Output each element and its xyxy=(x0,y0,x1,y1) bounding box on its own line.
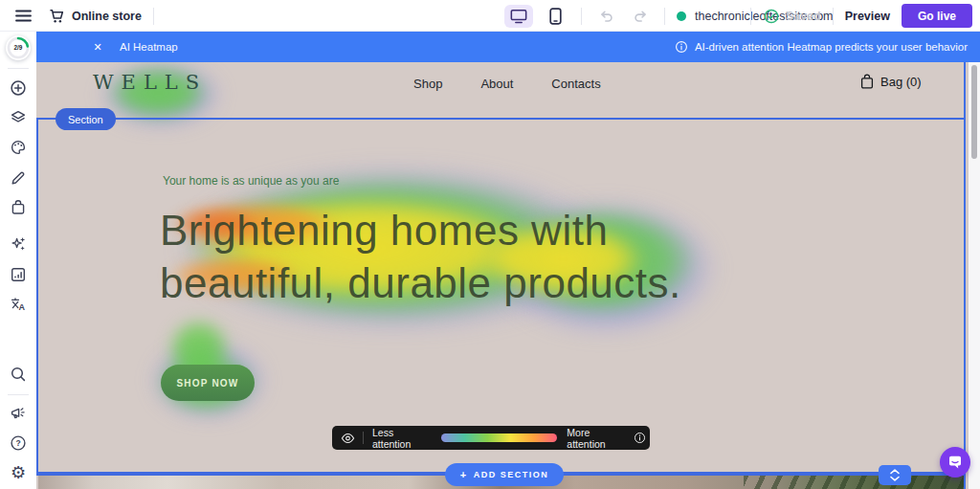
app-window: Online store thechronicleoftestsite.com xyxy=(0,0,980,489)
sidebar-item-styles[interactable] xyxy=(0,135,36,160)
heatmap-legend: Less attention More attention xyxy=(332,426,650,450)
go-live-button[interactable]: Go live xyxy=(902,4,972,28)
svg-text:?: ? xyxy=(15,438,20,448)
desktop-view-button[interactable] xyxy=(504,5,533,28)
hero-eyebrow-text[interactable]: Your home is as unique as you are xyxy=(163,174,339,188)
sidebar: 2/9 A xyxy=(0,32,36,489)
online-store-button[interactable]: Online store xyxy=(49,4,142,29)
progress-ring: 2/9 xyxy=(6,35,31,60)
analytics-icon xyxy=(10,266,27,283)
sidebar-item-whats-new[interactable] xyxy=(0,401,36,426)
topbar: Online store thechronicleoftestsite.com xyxy=(0,0,980,32)
hero-heading[interactable]: Brightening homes with beautiful, durabl… xyxy=(160,204,772,309)
divider xyxy=(750,8,751,25)
divider xyxy=(833,8,834,25)
cart-icon xyxy=(49,9,65,24)
layers-icon xyxy=(10,109,27,126)
add-section-button[interactable]: + ADD SECTION xyxy=(445,463,564,486)
chevrons-icon xyxy=(888,468,902,482)
search-icon xyxy=(10,366,27,383)
sidebar-item-help[interactable]: ? xyxy=(0,431,36,456)
redo-button[interactable] xyxy=(628,4,653,29)
nav-link-shop[interactable]: Shop xyxy=(413,77,442,91)
svg-text:A: A xyxy=(18,302,25,312)
gear-icon: ⚙ xyxy=(11,464,26,481)
plus-circle-icon xyxy=(10,79,27,97)
divider xyxy=(664,8,665,25)
bag-label: Bag (0) xyxy=(880,75,922,89)
svg-text:2/9: 2/9 xyxy=(14,44,23,51)
translate-icon: A xyxy=(10,296,27,313)
check-circle-icon xyxy=(763,8,780,25)
setup-progress-badge[interactable]: 2/9 xyxy=(6,35,31,60)
shopping-bag-icon xyxy=(10,199,27,216)
site-canvas: WELLS Shop About Contacts Bag (0) Your h… xyxy=(36,62,969,489)
banner-title: AI Heatmap xyxy=(120,41,178,53)
sidebar-item-edit[interactable] xyxy=(0,166,36,190)
nav-link-contacts[interactable]: Contacts xyxy=(551,77,600,91)
sidebar-item-ai-tools[interactable] xyxy=(0,232,36,256)
megaphone-icon xyxy=(10,405,27,422)
preview-button[interactable]: Preview xyxy=(845,10,890,23)
site-logo[interactable]: WELLS xyxy=(93,71,207,94)
palette-icon xyxy=(10,139,27,156)
heatmap-banner: ✕ AI Heatmap AI-driven attention Heatmap… xyxy=(36,32,980,62)
divider xyxy=(581,8,582,25)
section-reorder-widget[interactable] xyxy=(879,465,911,485)
legend-more-label: More attention xyxy=(567,427,628,450)
divider xyxy=(8,394,29,395)
sidebar-item-search[interactable] xyxy=(0,362,36,387)
site-nav: Shop About Contacts xyxy=(413,77,601,91)
info-icon[interactable] xyxy=(634,432,646,444)
plus-icon: + xyxy=(460,469,468,480)
sidebar-item-sections[interactable] xyxy=(0,105,36,130)
chat-button[interactable] xyxy=(940,447,970,478)
banner-info-text: AI-driven attention Heatmap predicts you… xyxy=(695,41,968,53)
hamburger-menu-button[interactable] xyxy=(11,4,35,29)
info-icon xyxy=(675,40,688,54)
sidebar-item-analytics[interactable] xyxy=(0,262,36,287)
desktop-icon xyxy=(510,9,527,24)
shop-now-button[interactable]: SHOP NOW xyxy=(161,365,255,401)
undo-button[interactable] xyxy=(593,4,618,29)
divider xyxy=(363,432,364,444)
saved-label: Saved xyxy=(786,10,821,23)
divider xyxy=(8,68,29,69)
sparkles-icon xyxy=(10,235,27,253)
undo-icon xyxy=(598,9,614,23)
mobile-view-button[interactable] xyxy=(541,5,569,28)
eye-icon[interactable] xyxy=(341,433,355,444)
sidebar-item-languages[interactable]: A xyxy=(0,292,36,317)
section-right-border xyxy=(964,62,966,489)
sidebar-item-store[interactable] xyxy=(0,195,36,220)
canvas-scrollbar xyxy=(969,62,980,489)
section-badge[interactable]: Section xyxy=(56,108,116,130)
bag-icon xyxy=(859,74,875,90)
hamburger-icon xyxy=(15,10,32,22)
scrollbar-thumb[interactable] xyxy=(971,65,977,159)
online-store-label: Online store xyxy=(72,10,142,23)
divider xyxy=(153,8,154,25)
bag-button[interactable]: Bag (0) xyxy=(859,74,922,90)
close-icon[interactable]: ✕ xyxy=(89,38,106,56)
mobile-icon xyxy=(549,8,562,25)
nav-link-about[interactable]: About xyxy=(480,77,513,91)
site-status-dot xyxy=(677,11,686,21)
help-icon: ? xyxy=(10,434,27,452)
sidebar-item-settings[interactable]: ⚙ xyxy=(0,460,36,485)
chat-icon xyxy=(947,456,963,470)
pencil-icon xyxy=(10,169,27,187)
sidebar-item-add-element[interactable] xyxy=(0,76,36,100)
legend-less-label: Less attention xyxy=(372,427,432,450)
heat-gradient-bar xyxy=(441,433,557,442)
redo-icon xyxy=(633,9,649,23)
